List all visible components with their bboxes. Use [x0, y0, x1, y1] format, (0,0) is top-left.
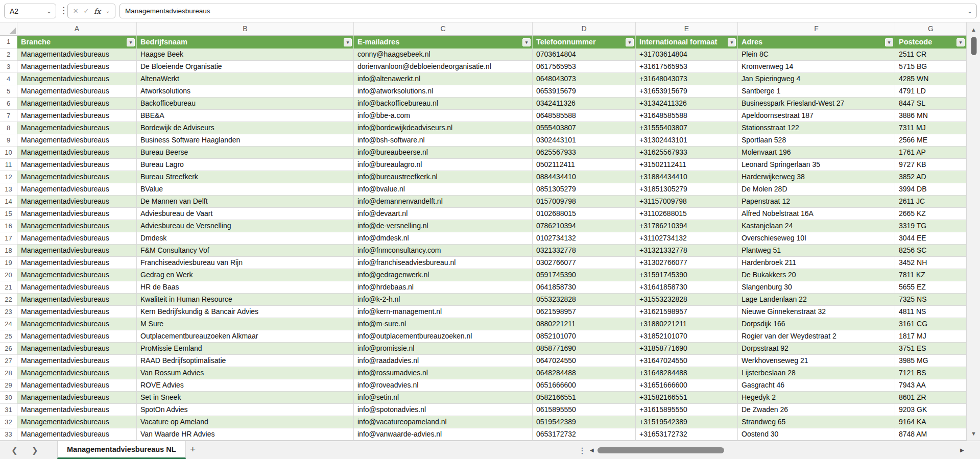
cell[interactable]: +31703614804	[636, 49, 738, 61]
cell[interactable]: Hegedyk 2	[738, 392, 895, 404]
cell[interactable]: +31157009798	[636, 196, 738, 208]
cell[interactable]: Alfred Nobelstraat 16A	[738, 208, 895, 220]
row-header[interactable]: 1	[0, 36, 17, 49]
cell[interactable]: Jan Spieringweg 4	[738, 73, 895, 85]
cell[interactable]: Managementadviesbureaus	[17, 294, 137, 306]
cell[interactable]: 9164 KA	[895, 416, 967, 428]
row-header[interactable]: 23	[0, 306, 17, 318]
cell[interactable]: 9727 KB	[895, 159, 967, 171]
row-header[interactable]: 31	[0, 404, 17, 416]
cell[interactable]: Werkhovenseweg 21	[738, 355, 895, 367]
cell[interactable]: Managementadviesbureaus	[17, 73, 137, 85]
row-header[interactable]: 30	[0, 392, 17, 404]
cell[interactable]: Van Rossum Advies	[137, 367, 354, 379]
cell[interactable]: 0302443101	[533, 134, 636, 147]
cell[interactable]: +31555403807	[636, 122, 738, 134]
cell[interactable]: info@bvalue.nl	[354, 183, 533, 196]
row-header[interactable]: 11	[0, 159, 17, 171]
row-header[interactable]: 26	[0, 343, 17, 355]
row-header[interactable]: 8	[0, 122, 17, 134]
cell[interactable]: De Bloeiende Organisatie	[137, 61, 354, 73]
scroll-right-icon[interactable]: ▶	[960, 447, 964, 453]
cell[interactable]: 0647024550	[533, 355, 636, 367]
cell[interactable]: Dorpsdijk 166	[738, 318, 895, 330]
cell[interactable]: Haagse Beek	[137, 49, 354, 61]
column-header-C[interactable]: C	[354, 22, 533, 36]
cell[interactable]: 2611 JC	[895, 196, 967, 208]
cell[interactable]: Hardenbroek 211	[738, 257, 895, 269]
kebab-icon[interactable]: ⋮	[578, 446, 586, 455]
cell[interactable]: ROVE Advies	[137, 379, 354, 392]
cell[interactable]: Adviesbureau de Vaart	[137, 208, 354, 220]
cell[interactable]: Gasgracht 46	[738, 379, 895, 392]
cell[interactable]: 0651666600	[533, 379, 636, 392]
table-header-cell[interactable]: Telefoonnummer▾	[533, 36, 636, 49]
cell[interactable]: Nieuwe Ginnekenstraat 32	[738, 306, 895, 318]
cell[interactable]: 0653915679	[533, 85, 636, 98]
cell[interactable]: Managementadviesbureaus	[17, 355, 137, 367]
cell[interactable]: 0641858730	[533, 281, 636, 294]
row-header[interactable]: 24	[0, 318, 17, 330]
cell[interactable]: 0858771690	[533, 343, 636, 355]
cell[interactable]: 0582166551	[533, 392, 636, 404]
cell[interactable]: Managementadviesbureaus	[17, 428, 137, 441]
filter-button[interactable]: ▾	[344, 38, 352, 46]
cell[interactable]: Papenstraat 12	[738, 196, 895, 208]
cell[interactable]: 0786210394	[533, 220, 636, 232]
cell[interactable]: 1817 MJ	[895, 330, 967, 343]
cell[interactable]: 0884434410	[533, 171, 636, 183]
scroll-up-icon[interactable]: ▲	[971, 27, 976, 33]
cell[interactable]: +31851305279	[636, 183, 738, 196]
cell[interactable]: Managementadviesbureaus	[17, 171, 137, 183]
filter-button[interactable]: ▾	[522, 38, 531, 46]
cell[interactable]: 3985 MG	[895, 355, 967, 367]
row-header[interactable]: 2	[0, 49, 17, 61]
cell[interactable]: 0553232828	[533, 294, 636, 306]
row-header[interactable]: 29	[0, 379, 17, 392]
cell[interactable]: conny@haagsebeek.nl	[354, 49, 533, 61]
cell[interactable]: 0302766077	[533, 257, 636, 269]
cell[interactable]: 0648585588	[533, 110, 636, 122]
cell[interactable]: +31641858730	[636, 281, 738, 294]
cell[interactable]: 0102734132	[533, 232, 636, 245]
cell[interactable]: +31502112411	[636, 159, 738, 171]
cell[interactable]: SpotOn Advies	[137, 404, 354, 416]
cell[interactable]: Kastanjelaan 24	[738, 220, 895, 232]
row-header[interactable]: 16	[0, 220, 17, 232]
horizontal-scrollbar-thumb[interactable]	[597, 447, 724, 453]
cell[interactable]: info@m-sure.nl	[354, 318, 533, 330]
cell[interactable]: De Molen 28D	[738, 183, 895, 196]
confirm-icon[interactable]: ✓	[83, 7, 89, 15]
cell[interactable]: Managementadviesbureaus	[17, 318, 137, 330]
cell[interactable]: BValue	[137, 183, 354, 196]
row-header[interactable]: 12	[0, 171, 17, 183]
cell[interactable]: Plein 8C	[738, 49, 895, 61]
row-header[interactable]: 25	[0, 330, 17, 343]
cell[interactable]: +31582166551	[636, 392, 738, 404]
cell[interactable]: Managementadviesbureaus	[17, 122, 137, 134]
cell[interactable]: Managementadviesbureaus	[17, 208, 137, 220]
cell[interactable]: Slangenburg 30	[738, 281, 895, 294]
column-header-G[interactable]: G	[895, 22, 967, 36]
cell[interactable]: Managementadviesbureaus	[17, 404, 137, 416]
row-header[interactable]: 5	[0, 85, 17, 98]
column-header-E[interactable]: E	[636, 22, 738, 36]
row-header[interactable]: 19	[0, 257, 17, 269]
cell[interactable]: 3852 AD	[895, 171, 967, 183]
filter-button[interactable]: ▾	[626, 38, 634, 46]
cell[interactable]: info@vacatureopameland.nl	[354, 416, 533, 428]
cell[interactable]: 4811 NS	[895, 306, 967, 318]
cell[interactable]: 0321332778	[533, 245, 636, 257]
cell[interactable]: +31621598957	[636, 306, 738, 318]
cell[interactable]: +31880221211	[636, 318, 738, 330]
chevron-down-icon[interactable]: ⌄	[963, 8, 976, 14]
cell[interactable]: 8447 SL	[895, 98, 967, 110]
cell[interactable]: Managementadviesbureaus	[17, 343, 137, 355]
cell[interactable]: Managementadviesbureaus	[17, 85, 137, 98]
name-box[interactable]: A2 ⌄	[4, 4, 56, 18]
cell[interactable]: +31858771690	[636, 343, 738, 355]
cell[interactable]: Managementadviesbureaus	[17, 257, 137, 269]
cell[interactable]: 0648284488	[533, 367, 636, 379]
cell[interactable]: info@atworksolutions.nl	[354, 85, 533, 98]
cell[interactable]: +31302443101	[636, 134, 738, 147]
